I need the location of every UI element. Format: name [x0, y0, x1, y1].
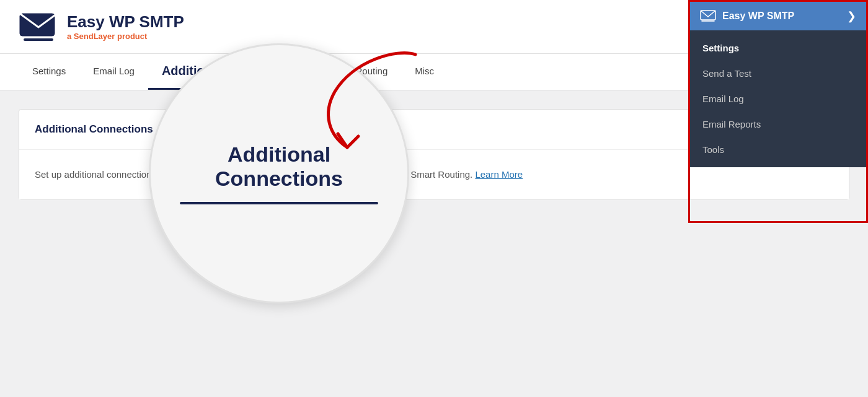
app-subtitle: a SendLayer product [67, 32, 184, 41]
brand-name: SendLayer [74, 32, 115, 41]
smtp-panel-icon [700, 10, 716, 22]
section-title: Additional Connections [35, 123, 153, 136]
panel-collapse-arrow[interactable]: ❯ [847, 9, 856, 23]
panel-header-left: Easy WP SMTP [700, 10, 794, 22]
panel-menu-email-log[interactable]: Email Log [690, 86, 866, 111]
right-panel: Easy WP SMTP ❯ Settings Send a Test Emai… [688, 0, 868, 223]
tab-settings[interactable]: Settings [19, 56, 79, 88]
magnify-tab-label: Additional Connections [169, 142, 389, 191]
panel-header: Easy WP SMTP ❯ [690, 2, 866, 30]
app-title: Easy WP SMTP [67, 12, 184, 32]
logo-icon [19, 11, 58, 42]
logo-area: Easy WP SMTP a SendLayer product [19, 11, 184, 42]
panel-title: Easy WP SMTP [722, 11, 794, 22]
magnify-underline [180, 202, 378, 204]
tab-misc[interactable]: Misc [401, 56, 448, 88]
logo-text: Easy WP SMTP a SendLayer product [67, 12, 184, 41]
panel-menu-email-reports[interactable]: Email Reports [690, 111, 866, 137]
panel-menu: Settings Send a Test Email Log Email Rep… [690, 30, 866, 167]
learn-more-link[interactable]: Learn More [475, 169, 523, 180]
panel-menu-tools[interactable]: Tools [690, 137, 866, 162]
svg-rect-1 [24, 38, 53, 41]
panel-menu-send-test[interactable]: Send a Test [690, 61, 866, 86]
tab-email-log[interactable]: Email Log [79, 56, 148, 88]
panel-menu-settings[interactable]: Settings [690, 35, 866, 61]
magnify-content: Additional Connections [151, 142, 407, 204]
magnify-circle: Additional Connections [149, 43, 409, 303]
